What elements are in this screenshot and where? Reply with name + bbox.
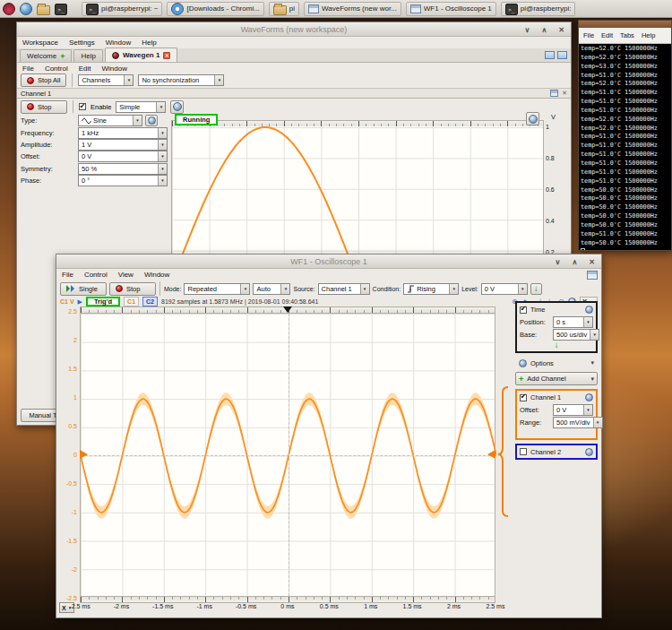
menu-item[interactable]: Window (144, 271, 169, 279)
tab-help[interactable]: Help (73, 49, 102, 62)
param-dropdown[interactable]: 1 kHz (78, 127, 168, 139)
type-settings-button[interactable] (145, 115, 158, 126)
position-dropdown[interactable]: 0 s (553, 316, 593, 328)
generator-mode-dropdown[interactable]: Simple (116, 101, 166, 113)
taskbar-window-button[interactable]: pi (269, 2, 299, 16)
close-icon[interactable] (588, 258, 596, 266)
trigger-level-marker-left[interactable] (80, 450, 88, 459)
channel-2-toggle[interactable]: C2 (142, 297, 158, 306)
menu-item[interactable]: Settings (69, 39, 95, 47)
channel-1-header[interactable]: Channel 1 ✕ (17, 88, 571, 99)
menu-item[interactable]: Edit (79, 65, 91, 73)
close-tab-icon[interactable] (163, 52, 170, 59)
chevron-down-icon (156, 102, 165, 112)
gear-icon[interactable] (585, 306, 593, 314)
menu-item[interactable]: Help (642, 31, 655, 39)
offset-dropdown[interactable]: 0 V (553, 404, 593, 416)
stop-all-button[interactable]: Stop All (21, 73, 66, 87)
terminal-line: temp=52.0'C 1500000Hz (581, 54, 669, 63)
sine-icon (82, 117, 91, 125)
float-panel-icon[interactable] (550, 90, 558, 97)
param-dropdown[interactable]: 0 V (78, 151, 168, 162)
channel-2-checkbox[interactable] (520, 448, 527, 455)
channel-settings-button[interactable] (170, 100, 184, 114)
trigger-position-marker[interactable] (283, 306, 292, 313)
menu-item[interactable]: Tabs (620, 31, 634, 39)
synchronization-dropdown[interactable]: No synchronization (138, 74, 224, 86)
dock-window-icon[interactable] (587, 271, 598, 280)
run-mode-dropdown[interactable]: Auto (253, 283, 290, 295)
close-panel-icon[interactable]: ✕ (562, 90, 567, 97)
browser-launcher-icon[interactable] (20, 3, 32, 15)
menu-item[interactable]: Edit (601, 31, 613, 39)
tab-wavegen-1[interactable]: Wavegen 1 (105, 47, 178, 62)
maximize-icon[interactable] (571, 258, 579, 266)
terminal-output[interactable]: temp=52.0'C 1500000Hztemp=52.0'C 1500000… (579, 44, 671, 250)
base-dropdown[interactable]: 500 us/div (553, 329, 599, 341)
gear-icon[interactable] (585, 448, 593, 456)
window-icon (308, 4, 319, 13)
tile-windows-icon[interactable] (557, 51, 567, 59)
waveforms-titlebar[interactable]: WaveForms (new workspace) (17, 22, 571, 37)
cascade-windows-icon[interactable] (545, 51, 555, 59)
tabbar-corner-icons (545, 51, 567, 59)
trigger-apply-button[interactable] (530, 283, 542, 295)
raspberry-menu-icon[interactable] (3, 3, 15, 15)
condition-dropdown[interactable]: Rising (403, 283, 459, 295)
gear-icon[interactable] (585, 393, 593, 401)
oscilloscope-toolbar: Single Stop Mode: Repeated Auto Source: … (56, 280, 601, 297)
channel-stop-button[interactable]: Stop (21, 100, 67, 114)
plot-settings-button[interactable] (526, 112, 539, 125)
taskbar-window-label: pi@raspberrypi: ~ (101, 4, 158, 13)
menu-item[interactable]: Control (45, 65, 68, 73)
param-dropdown[interactable]: 1 V (78, 139, 168, 151)
channel-1-checkbox[interactable] (520, 394, 527, 401)
terminal-titlebar[interactable] (579, 21, 671, 28)
add-instrument-icon[interactable] (60, 52, 65, 61)
time-apply[interactable] (520, 341, 593, 350)
terminal-launcher-icon[interactable] (55, 4, 67, 15)
menu-item[interactable]: View (118, 271, 134, 279)
mode-dropdown[interactable]: Repeated (184, 283, 250, 295)
base-row: Base: 500 us/div (520, 328, 593, 341)
single-button[interactable]: Single (60, 282, 107, 296)
menu-item[interactable]: Window (101, 65, 126, 73)
range-dropdown[interactable]: 500 mV/div (553, 417, 603, 428)
scope-plot[interactable] (80, 313, 495, 597)
menu-item[interactable]: File (62, 271, 73, 279)
menu-item[interactable]: File (22, 65, 34, 73)
param-dropdown[interactable]: 0 ° (78, 175, 168, 186)
channels-dropdown[interactable]: Channels (78, 74, 134, 86)
taskbar-window-button[interactable]: WF1 - Oscilloscope 1 (406, 2, 496, 16)
level-dropdown[interactable]: 0 V (481, 283, 528, 295)
type-dropdown[interactable]: Sine (78, 115, 142, 126)
maximize-icon[interactable] (540, 26, 548, 34)
menu-item[interactable]: Window (106, 39, 131, 47)
param-dropdown[interactable]: 50 % (78, 163, 168, 175)
channel-1-toggle[interactable]: C1 (124, 297, 139, 306)
taskbar-window-button[interactable]: pi@raspberrypi: ~ (82, 2, 162, 16)
menu-item[interactable]: Workspace (22, 39, 58, 47)
taskbar-window-button[interactable]: [Downloads - Chromi... (167, 2, 263, 16)
menu-item[interactable]: Control (84, 271, 108, 279)
taskbar-window-button[interactable]: WaveForms (new wor... (304, 2, 401, 16)
chevron-down-icon (214, 75, 223, 85)
options-row[interactable]: Options (515, 357, 598, 369)
menu-item[interactable]: File (583, 31, 594, 39)
taskbar-window-button[interactable]: pi@raspberrypi: (501, 2, 576, 16)
scope-stop-button[interactable]: Stop (109, 282, 156, 296)
file-manager-launcher-icon[interactable] (37, 5, 50, 15)
terminal-line: temp=52.0'C 1500000Hz (581, 125, 669, 134)
minimize-icon[interactable] (554, 258, 562, 266)
source-dropdown[interactable]: Channel 1 (318, 283, 370, 295)
add-channel-button[interactable]: Add Channel (515, 372, 598, 385)
tab-welcome[interactable]: Welcome (20, 49, 72, 62)
menu-item[interactable]: Help (142, 39, 156, 47)
minimize-icon[interactable] (523, 26, 531, 34)
close-icon[interactable] (557, 26, 565, 34)
channel-offset-marker-right[interactable] (487, 450, 495, 459)
scope-bottom-ruler[interactable] (80, 597, 495, 603)
oscilloscope-titlebar[interactable]: WF1 - Oscilloscope 1 (56, 255, 601, 269)
enable-checkbox[interactable] (79, 103, 86, 110)
time-checkbox[interactable] (520, 306, 527, 314)
